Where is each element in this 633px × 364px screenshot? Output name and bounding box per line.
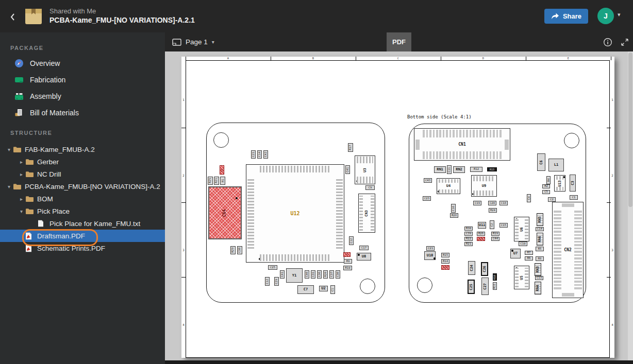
tree-item-label: BOM — [37, 195, 53, 203]
pcb-top-side-view: U12CN4C21C14C42D5R25R21R1R17U3C41C9CN3C1… — [206, 123, 385, 303]
component-d1: D1 — [343, 252, 351, 257]
package-item-bill-of-materials[interactable]: Bill of Materials — [0, 105, 165, 121]
package-item-label: Bill of Materials — [30, 109, 79, 117]
component-r6: R6 — [525, 256, 533, 261]
package-item-assembly[interactable]: Assembly — [0, 88, 165, 105]
component-r13: R13 — [487, 167, 497, 171]
back-button[interactable] — [6, 11, 19, 23]
package-item-label: Fabrication — [30, 76, 65, 84]
avatar-menu-caret[interactable]: ▾ — [618, 11, 621, 18]
mounting-hole — [213, 132, 229, 148]
tree-caret-icon[interactable]: ▾ — [5, 184, 13, 189]
page-icon — [172, 39, 181, 46]
component-rn2: RN2 — [453, 166, 465, 173]
main-panel: Page 1 ▾ PDF Bottom side (Scale 4:1) ABC… — [165, 32, 633, 364]
component-r20: R20 — [323, 270, 328, 279]
component-c29: C29 — [274, 277, 279, 286]
tree-item-fab-kame-fmub-a-2[interactable]: ▾FAB-Kame_FMUB-A.2 — [0, 143, 165, 155]
component-c14: C14 — [257, 150, 262, 159]
breadcrumb: Shared with Me — [49, 7, 195, 15]
grid-number: 4 — [610, 323, 614, 326]
grid-number: 3 — [610, 248, 614, 252]
tree-item-label: Pick Place for Kame_FMU.txt — [49, 220, 140, 228]
overview-icon — [14, 59, 24, 68]
page-selector[interactable]: Page 1 ▾ — [172, 32, 214, 51]
component-c4: C4 — [527, 194, 531, 202]
grid-tick — [607, 128, 611, 128]
component-rn4: RN4 — [535, 282, 541, 294]
grid-tick — [271, 57, 271, 60]
component-r4: R4 — [546, 176, 551, 184]
info-button[interactable] — [603, 37, 613, 47]
page-title: PCBA-Kame_FMU-[NO VARIATIONS]-A.2.1 — [49, 15, 195, 25]
tree-item-label: Pick Place — [37, 207, 70, 215]
component-r9: R9 — [344, 259, 352, 264]
pdf-tab[interactable]: PDF — [387, 32, 411, 51]
tree-item-nc-drill[interactable]: ▸NC Drill — [0, 168, 165, 180]
component-cn4: CN4 — [208, 186, 242, 239]
package-item-label: Overview — [30, 59, 60, 67]
tree-item-label: Schematic Prints.PDF — [37, 245, 105, 252]
share-button[interactable]: Share — [544, 9, 588, 24]
tree-item-pcba-kame-fmub-no-variations-a-2[interactable]: ▾PCBA-Kame_FMUB-[NO VARIATIONS]-A.2 — [0, 180, 165, 193]
grid-number: 2 — [181, 174, 186, 177]
component-u11: U11 — [478, 222, 486, 229]
tree-item-label: NC Drill — [37, 170, 61, 178]
component-u5: U5 — [514, 266, 529, 289]
grid-number: 1 — [610, 98, 614, 101]
component-r22: R22 — [464, 237, 473, 241]
grid-number: 3 — [181, 248, 186, 252]
pdf-viewer[interactable]: Bottom side (Scale 4:1) ABCDE11223344U12… — [165, 51, 633, 364]
component-c9: C9 — [365, 185, 375, 190]
component-r10: R10 — [343, 266, 352, 270]
grid-letter: C — [356, 57, 441, 60]
component-c25: C25 — [268, 265, 277, 270]
tree-item-schematic-prints-pdf[interactable]: Schematic Prints.PDF — [0, 242, 165, 254]
component-y1: Y1 — [286, 268, 303, 283]
pcb-bottom-side-view: CN1RN1C11RN2R12R13C43U4U9C23C19C20C18R24… — [409, 124, 586, 303]
tree-caret-icon[interactable]: ▸ — [18, 196, 25, 202]
scrollbar-thumb[interactable] — [628, 53, 632, 207]
avatar[interactable]: J — [597, 8, 614, 24]
tree-caret-icon[interactable]: ▾ — [5, 147, 13, 152]
component-r28: R28 — [450, 213, 458, 218]
component-c12: C12 — [265, 277, 270, 286]
component-r15: R15 — [441, 253, 449, 257]
component-c25: C25 — [468, 280, 475, 294]
tree-caret-icon[interactable]: ▸ — [18, 171, 25, 177]
mounting-hole — [564, 133, 579, 148]
component-rn6: RN6 — [537, 233, 543, 246]
component-r23: R23 — [441, 265, 449, 270]
pdf-page: Bottom side (Scale 4:1) ABCDE11223344U12… — [181, 57, 614, 358]
component-c15: C15 — [499, 223, 508, 228]
component-c12: C12 — [349, 236, 354, 245]
folder-icon — [25, 208, 35, 215]
bom-icon — [14, 109, 24, 117]
component-d5: D5 — [220, 165, 224, 175]
grid-tick — [186, 57, 186, 60]
component-cn2: CN2 — [552, 202, 584, 298]
component-r30: R30 — [464, 227, 473, 231]
package-item-overview[interactable]: Overview — [0, 55, 165, 72]
tree-item-pick-place[interactable]: ▾Pick Place — [0, 205, 165, 217]
tree-item-pick-place-for-kame-fmu-txt[interactable]: Pick Place for Kame_FMU.txt — [0, 217, 165, 230]
component-rn3: RN3 — [535, 263, 541, 276]
tree-item-label: Gerber — [37, 158, 59, 166]
top-bar: Shared with Me PCBA-Kame_FMU-[NO VARIATI… — [0, 0, 633, 32]
component-c18: C18 — [499, 201, 508, 205]
fullscreen-button[interactable] — [620, 37, 630, 47]
grid-tick — [607, 202, 611, 203]
component-r18: R18 — [493, 273, 497, 281]
tree-item-bom[interactable]: ▸BOM — [0, 193, 165, 205]
tree-caret-icon[interactable]: ▾ — [18, 209, 25, 214]
tree-caret-icon[interactable]: ▸ — [18, 159, 25, 165]
chevron-down-icon: ▾ — [212, 39, 214, 45]
component-r21: R21 — [214, 177, 219, 185]
component-r26: R26 — [477, 232, 485, 236]
tree-item-draftsman-pdf[interactable]: Draftsman.PDF — [0, 230, 165, 242]
tree-item-gerber[interactable]: ▸Gerber — [0, 155, 165, 168]
component-c44: C44 — [491, 237, 499, 241]
package-item-fabrication[interactable]: Fabrication — [0, 72, 165, 88]
vertical-scrollbar[interactable] — [628, 51, 633, 360]
page-selector-label: Page 1 — [186, 38, 208, 46]
